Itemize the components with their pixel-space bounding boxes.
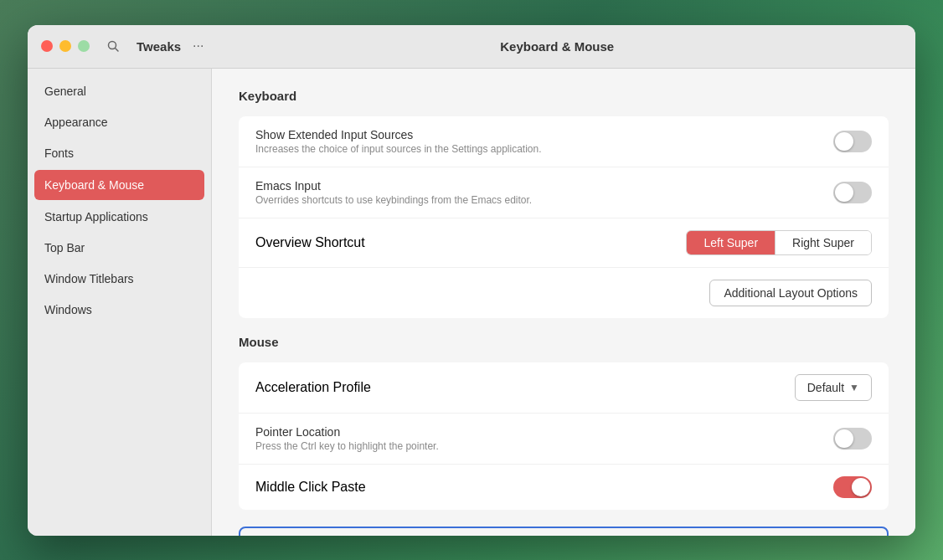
emacs-input-label: Emacs Input (255, 179, 532, 193)
emacs-input-text: Emacs Input Overrides shortcuts to use k… (255, 179, 532, 206)
sidebar-item-general[interactable]: General (28, 76, 211, 106)
keyboard-section-title: Keyboard (239, 89, 889, 103)
keyboard-settings-group: Show Extended Input Sources Increases th… (239, 116, 889, 318)
touchpad-section: Touchpad Disable While Typing (239, 527, 889, 536)
window-title: Keyboard & Mouse (212, 39, 902, 54)
right-super-button[interactable]: Right Super (776, 231, 871, 254)
show-extended-toggle[interactable] (833, 131, 872, 152)
additional-layout-row: Additional Layout Options (239, 268, 889, 318)
emacs-input-row: Emacs Input Overrides shortcuts to use k… (239, 167, 889, 218)
emacs-input-desc: Overrides shortcuts to use keybindings f… (255, 194, 532, 206)
emacs-input-toggle[interactable] (833, 182, 872, 203)
search-button[interactable] (101, 34, 125, 58)
acceleration-profile-row: Acceleration Profile Default ▼ (239, 362, 889, 414)
pointer-location-toggle[interactable] (833, 428, 872, 450)
sidebar-item-windows[interactable]: Windows (28, 295, 211, 325)
app-title: Tweaks (137, 39, 181, 54)
settings-panel: Keyboard Show Extended Input Sources Inc… (212, 69, 915, 536)
mouse-section-title: Mouse (239, 335, 889, 349)
main-content: General Appearance Fonts Keyboard & Mous… (28, 69, 915, 536)
svg-line-1 (116, 49, 119, 52)
sidebar-item-appearance[interactable]: Appearance (28, 107, 211, 137)
sidebar-item-fonts[interactable]: Fonts (28, 138, 211, 168)
overview-shortcut-label: Overview Shortcut (255, 235, 365, 250)
additional-layout-button[interactable]: Additional Layout Options (709, 280, 872, 306)
middle-click-row: Middle Click Paste (239, 465, 889, 510)
sidebar-item-startup-applications[interactable]: Startup Applications (28, 202, 211, 232)
pointer-location-text: Pointer Location Press the Ctrl key to h… (255, 425, 439, 452)
pointer-location-desc: Press the Ctrl key to highlight the poin… (255, 440, 439, 452)
acceleration-profile-value: Default (807, 381, 844, 394)
dropdown-arrow-icon: ▼ (849, 382, 859, 393)
pointer-location-label: Pointer Location (255, 425, 439, 439)
overview-shortcut-segmented: Left Super Right Super (686, 230, 872, 255)
overview-shortcut-row: Overview Shortcut Left Super Right Super (239, 218, 889, 268)
mouse-settings-group: Acceleration Profile Default ▼ Pointer L… (239, 362, 889, 510)
show-extended-desc: Increases the choice of input sources in… (255, 143, 542, 155)
show-extended-label: Show Extended Input Sources (255, 128, 542, 141)
acceleration-profile-label: Acceleration Profile (255, 380, 371, 395)
show-extended-row: Show Extended Input Sources Increases th… (239, 116, 889, 167)
middle-click-toggle[interactable] (833, 476, 872, 498)
sidebar-item-keyboard-mouse[interactable]: Keyboard & Mouse (34, 170, 204, 200)
show-extended-text: Show Extended Input Sources Increases th… (255, 128, 542, 155)
traffic-lights (41, 40, 90, 52)
app-window: Tweaks ··· Keyboard & Mouse General Appe… (28, 25, 915, 536)
close-button[interactable] (41, 40, 53, 52)
sidebar-item-window-titlebars[interactable]: Window Titlebars (28, 264, 211, 294)
touchpad-section-title: Touchpad (240, 528, 887, 536)
sidebar: General Appearance Fonts Keyboard & Mous… (28, 69, 212, 536)
pointer-location-row: Pointer Location Press the Ctrl key to h… (239, 414, 889, 465)
minimize-button[interactable] (59, 40, 71, 52)
maximize-button[interactable] (78, 40, 90, 52)
middle-click-label: Middle Click Paste (255, 480, 366, 495)
sidebar-item-top-bar[interactable]: Top Bar (28, 233, 211, 263)
acceleration-profile-dropdown[interactable]: Default ▼ (795, 374, 872, 401)
titlebar: Tweaks ··· Keyboard & Mouse (28, 25, 915, 69)
left-super-button[interactable]: Left Super (687, 231, 776, 254)
more-button[interactable]: ··· (193, 39, 204, 54)
